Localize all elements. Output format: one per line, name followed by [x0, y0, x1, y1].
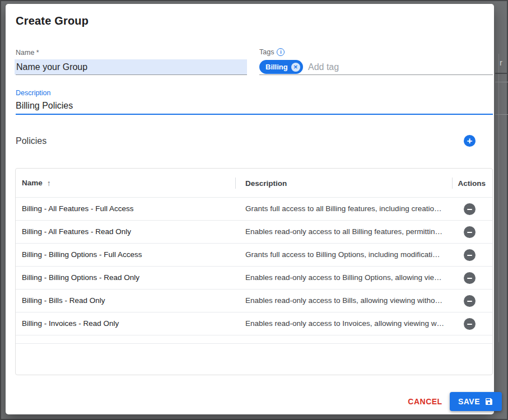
- description-input[interactable]: Billing Policies: [16, 101, 73, 111]
- tag-chip-billing: Billing ✕: [259, 60, 303, 74]
- policy-row: Billing - Billing Options - Full Access …: [16, 244, 492, 267]
- save-icon: [484, 397, 493, 406]
- tags-field-label-row: Tags i: [259, 48, 285, 56]
- minus-icon: [467, 301, 472, 302]
- policy-row: Billing - All Features - Full Access Gra…: [16, 198, 492, 221]
- policies-table-header: Name ↑ Description Actions: [16, 169, 492, 198]
- backdrop-text-fragment: r: [500, 58, 502, 67]
- policy-name: Billing - Billing Options - Full Access: [22, 244, 142, 266]
- policy-description: Enables read-only access to Invoices, al…: [245, 312, 444, 335]
- name-column-label: Name: [22, 179, 43, 187]
- add-policy-button[interactable]: +: [464, 135, 476, 147]
- description-column-header: Description: [245, 179, 287, 188]
- create-group-dialog: Create Group Name * Name your Group Tags…: [6, 4, 494, 414]
- minus-icon: [467, 324, 472, 325]
- name-column-header[interactable]: Name ↑: [22, 169, 51, 197]
- policy-row: Billing - Bills - Read Only Enables read…: [16, 290, 492, 312]
- save-button[interactable]: SAVE: [450, 392, 502, 411]
- table-filler-row: [16, 335, 492, 344]
- policy-name: Billing - Invoices - Read Only: [22, 312, 119, 335]
- description-field-underline: [16, 114, 493, 115]
- name-field-label: Name *: [16, 49, 39, 57]
- backdrop-line-dark: [495, 73, 508, 74]
- save-button-label: SAVE: [458, 397, 480, 406]
- tag-chip-label: Billing: [265, 63, 288, 71]
- policies-heading: Policies: [16, 136, 46, 146]
- tags-field-underline: [259, 74, 493, 75]
- remove-policy-button[interactable]: [464, 272, 476, 284]
- remove-policy-button[interactable]: [464, 295, 476, 307]
- remove-tag-icon[interactable]: ✕: [291, 63, 300, 72]
- policy-name: Billing - All Features - Full Access: [22, 198, 134, 220]
- backdrop-line-light-2: [495, 114, 508, 115]
- minus-icon: [467, 278, 472, 279]
- column-separator: [235, 178, 236, 189]
- screen-backdrop: r Create Group Name * Name your Group Ta…: [0, 0, 508, 420]
- backdrop-line-vertical: [498, 54, 499, 342]
- minus-icon: [467, 255, 472, 256]
- actions-column-header: Actions: [458, 179, 486, 188]
- minus-icon: [467, 209, 472, 210]
- remove-policy-button[interactable]: [464, 249, 476, 261]
- remove-policy-button[interactable]: [464, 318, 476, 330]
- policy-name: Billing - Billing Options - Read Only: [22, 267, 139, 289]
- remove-policy-button[interactable]: [464, 203, 476, 215]
- sort-asc-icon: ↑: [47, 179, 51, 188]
- backdrop-line-light-1: [495, 82, 508, 82]
- policy-row: Billing - Billing Options - Read Only En…: [16, 267, 492, 290]
- remove-policy-button[interactable]: [464, 226, 476, 238]
- column-separator: [452, 178, 453, 189]
- policy-description: Enables read-only access to Billing Opti…: [245, 267, 441, 289]
- name-field-underline: [16, 74, 247, 75]
- policy-name: Billing - All Features - Read Only: [22, 221, 131, 243]
- plus-icon: +: [467, 136, 473, 146]
- cancel-button[interactable]: CANCEL: [401, 396, 449, 408]
- description-field-label: Description: [16, 89, 51, 97]
- policies-table: Name ↑ Description Actions Billing - All…: [15, 168, 493, 375]
- dialog-title: Create Group: [16, 15, 88, 27]
- policy-description: Grants full access to all Billing featur…: [245, 198, 441, 220]
- info-icon[interactable]: i: [277, 48, 285, 56]
- policy-description: Enables read-only access to all Billing …: [245, 221, 442, 243]
- policy-name: Billing - Bills - Read Only: [22, 290, 105, 312]
- policy-row: Billing - Invoices - Read Only Enables r…: [16, 312, 492, 335]
- minus-icon: [467, 232, 472, 233]
- tags-field-label: Tags: [259, 48, 274, 56]
- policy-description: Enables read-only access to Bills, allow…: [245, 290, 442, 312]
- add-tag-input[interactable]: Add tag: [308, 60, 339, 74]
- policy-row: Billing - All Features - Read Only Enabl…: [16, 221, 492, 244]
- group-name-input[interactable]: Name your Group: [15, 59, 247, 74]
- policy-description: Grants full access to Billing Options, i…: [245, 244, 440, 266]
